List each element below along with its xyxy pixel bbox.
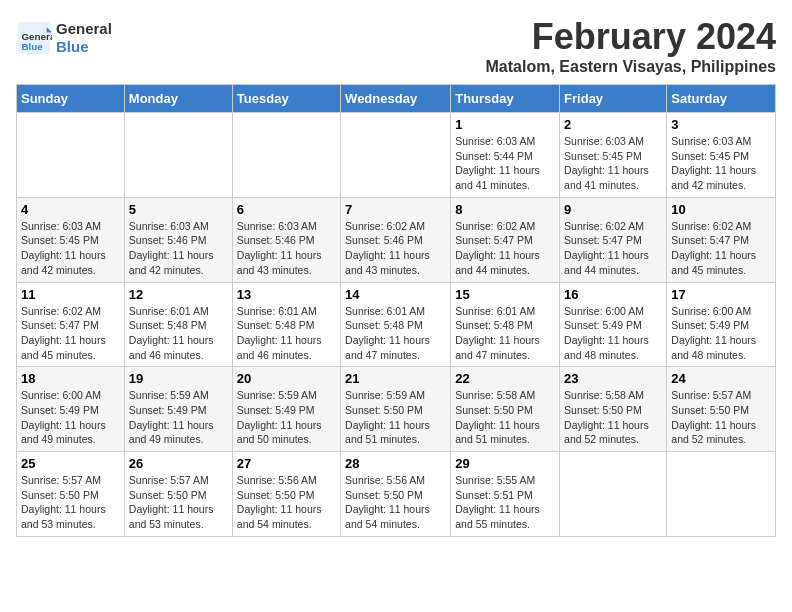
calendar-cell: 29Sunrise: 5:55 AM Sunset: 5:51 PM Dayli… <box>451 452 560 537</box>
day-info: Sunrise: 5:59 AM Sunset: 5:49 PM Dayligh… <box>129 388 228 447</box>
day-info: Sunrise: 6:03 AM Sunset: 5:45 PM Dayligh… <box>564 134 662 193</box>
calendar-week-row: 4Sunrise: 6:03 AM Sunset: 5:45 PM Daylig… <box>17 197 776 282</box>
day-info: Sunrise: 6:00 AM Sunset: 5:49 PM Dayligh… <box>21 388 120 447</box>
logo-icon: General Blue <box>16 20 52 56</box>
calendar-cell: 7Sunrise: 6:02 AM Sunset: 5:46 PM Daylig… <box>341 197 451 282</box>
calendar-cell: 9Sunrise: 6:02 AM Sunset: 5:47 PM Daylig… <box>560 197 667 282</box>
calendar-cell: 11Sunrise: 6:02 AM Sunset: 5:47 PM Dayli… <box>17 282 125 367</box>
day-info: Sunrise: 6:03 AM Sunset: 5:44 PM Dayligh… <box>455 134 555 193</box>
day-number: 7 <box>345 202 446 217</box>
day-number: 21 <box>345 371 446 386</box>
calendar-cell: 3Sunrise: 6:03 AM Sunset: 5:45 PM Daylig… <box>667 113 776 198</box>
day-info: Sunrise: 6:01 AM Sunset: 5:48 PM Dayligh… <box>129 304 228 363</box>
calendar-header-row: SundayMondayTuesdayWednesdayThursdayFrid… <box>17 85 776 113</box>
day-number: 3 <box>671 117 771 132</box>
logo-line1: General <box>56 20 112 38</box>
day-info: Sunrise: 6:02 AM Sunset: 5:47 PM Dayligh… <box>455 219 555 278</box>
day-info: Sunrise: 6:03 AM Sunset: 5:46 PM Dayligh… <box>129 219 228 278</box>
day-info: Sunrise: 6:01 AM Sunset: 5:48 PM Dayligh… <box>345 304 446 363</box>
day-number: 12 <box>129 287 228 302</box>
day-number: 16 <box>564 287 662 302</box>
calendar-cell <box>17 113 125 198</box>
calendar-cell: 14Sunrise: 6:01 AM Sunset: 5:48 PM Dayli… <box>341 282 451 367</box>
page-header: General Blue General Blue February 2024 … <box>16 16 776 76</box>
day-info: Sunrise: 6:02 AM Sunset: 5:47 PM Dayligh… <box>21 304 120 363</box>
day-info: Sunrise: 6:00 AM Sunset: 5:49 PM Dayligh… <box>671 304 771 363</box>
calendar-cell <box>124 113 232 198</box>
day-info: Sunrise: 5:55 AM Sunset: 5:51 PM Dayligh… <box>455 473 555 532</box>
calendar-cell: 4Sunrise: 6:03 AM Sunset: 5:45 PM Daylig… <box>17 197 125 282</box>
column-header-thursday: Thursday <box>451 85 560 113</box>
calendar-cell <box>232 113 340 198</box>
day-number: 23 <box>564 371 662 386</box>
day-info: Sunrise: 5:56 AM Sunset: 5:50 PM Dayligh… <box>237 473 336 532</box>
calendar-cell: 24Sunrise: 5:57 AM Sunset: 5:50 PM Dayli… <box>667 367 776 452</box>
calendar-cell: 26Sunrise: 5:57 AM Sunset: 5:50 PM Dayli… <box>124 452 232 537</box>
calendar-cell: 22Sunrise: 5:58 AM Sunset: 5:50 PM Dayli… <box>451 367 560 452</box>
day-number: 22 <box>455 371 555 386</box>
day-number: 19 <box>129 371 228 386</box>
calendar-body: 1Sunrise: 6:03 AM Sunset: 5:44 PM Daylig… <box>17 113 776 537</box>
calendar-week-row: 11Sunrise: 6:02 AM Sunset: 5:47 PM Dayli… <box>17 282 776 367</box>
column-header-wednesday: Wednesday <box>341 85 451 113</box>
calendar-cell: 18Sunrise: 6:00 AM Sunset: 5:49 PM Dayli… <box>17 367 125 452</box>
day-info: Sunrise: 5:57 AM Sunset: 5:50 PM Dayligh… <box>671 388 771 447</box>
day-info: Sunrise: 6:00 AM Sunset: 5:49 PM Dayligh… <box>564 304 662 363</box>
calendar-cell <box>560 452 667 537</box>
day-info: Sunrise: 5:59 AM Sunset: 5:49 PM Dayligh… <box>237 388 336 447</box>
calendar-week-row: 1Sunrise: 6:03 AM Sunset: 5:44 PM Daylig… <box>17 113 776 198</box>
column-header-tuesday: Tuesday <box>232 85 340 113</box>
day-info: Sunrise: 5:59 AM Sunset: 5:50 PM Dayligh… <box>345 388 446 447</box>
day-number: 2 <box>564 117 662 132</box>
logo: General Blue General Blue <box>16 20 112 56</box>
day-number: 14 <box>345 287 446 302</box>
calendar-cell: 6Sunrise: 6:03 AM Sunset: 5:46 PM Daylig… <box>232 197 340 282</box>
day-info: Sunrise: 6:01 AM Sunset: 5:48 PM Dayligh… <box>455 304 555 363</box>
calendar-cell: 1Sunrise: 6:03 AM Sunset: 5:44 PM Daylig… <box>451 113 560 198</box>
calendar-cell <box>341 113 451 198</box>
column-header-saturday: Saturday <box>667 85 776 113</box>
calendar-cell: 17Sunrise: 6:00 AM Sunset: 5:49 PM Dayli… <box>667 282 776 367</box>
day-info: Sunrise: 6:02 AM Sunset: 5:47 PM Dayligh… <box>564 219 662 278</box>
day-info: Sunrise: 6:03 AM Sunset: 5:45 PM Dayligh… <box>671 134 771 193</box>
day-number: 5 <box>129 202 228 217</box>
day-number: 11 <box>21 287 120 302</box>
calendar-cell: 25Sunrise: 5:57 AM Sunset: 5:50 PM Dayli… <box>17 452 125 537</box>
day-number: 24 <box>671 371 771 386</box>
day-info: Sunrise: 5:57 AM Sunset: 5:50 PM Dayligh… <box>129 473 228 532</box>
day-info: Sunrise: 5:56 AM Sunset: 5:50 PM Dayligh… <box>345 473 446 532</box>
calendar-cell: 8Sunrise: 6:02 AM Sunset: 5:47 PM Daylig… <box>451 197 560 282</box>
day-info: Sunrise: 5:58 AM Sunset: 5:50 PM Dayligh… <box>564 388 662 447</box>
calendar-cell <box>667 452 776 537</box>
calendar-week-row: 25Sunrise: 5:57 AM Sunset: 5:50 PM Dayli… <box>17 452 776 537</box>
calendar-cell: 15Sunrise: 6:01 AM Sunset: 5:48 PM Dayli… <box>451 282 560 367</box>
day-number: 10 <box>671 202 771 217</box>
day-info: Sunrise: 6:01 AM Sunset: 5:48 PM Dayligh… <box>237 304 336 363</box>
day-info: Sunrise: 6:02 AM Sunset: 5:47 PM Dayligh… <box>671 219 771 278</box>
day-number: 20 <box>237 371 336 386</box>
calendar-cell: 5Sunrise: 6:03 AM Sunset: 5:46 PM Daylig… <box>124 197 232 282</box>
day-number: 29 <box>455 456 555 471</box>
title-area: February 2024 Matalom, Eastern Visayas, … <box>486 16 776 76</box>
svg-text:Blue: Blue <box>21 41 43 52</box>
column-header-sunday: Sunday <box>17 85 125 113</box>
calendar-table: SundayMondayTuesdayWednesdayThursdayFrid… <box>16 84 776 537</box>
day-info: Sunrise: 6:02 AM Sunset: 5:46 PM Dayligh… <box>345 219 446 278</box>
day-number: 25 <box>21 456 120 471</box>
day-number: 8 <box>455 202 555 217</box>
day-number: 28 <box>345 456 446 471</box>
calendar-cell: 10Sunrise: 6:02 AM Sunset: 5:47 PM Dayli… <box>667 197 776 282</box>
day-number: 15 <box>455 287 555 302</box>
day-number: 4 <box>21 202 120 217</box>
page-subtitle: Matalom, Eastern Visayas, Philippines <box>486 58 776 76</box>
day-number: 6 <box>237 202 336 217</box>
calendar-cell: 2Sunrise: 6:03 AM Sunset: 5:45 PM Daylig… <box>560 113 667 198</box>
day-info: Sunrise: 5:57 AM Sunset: 5:50 PM Dayligh… <box>21 473 120 532</box>
calendar-cell: 20Sunrise: 5:59 AM Sunset: 5:49 PM Dayli… <box>232 367 340 452</box>
calendar-cell: 23Sunrise: 5:58 AM Sunset: 5:50 PM Dayli… <box>560 367 667 452</box>
day-info: Sunrise: 6:03 AM Sunset: 5:45 PM Dayligh… <box>21 219 120 278</box>
column-header-monday: Monday <box>124 85 232 113</box>
calendar-cell: 21Sunrise: 5:59 AM Sunset: 5:50 PM Dayli… <box>341 367 451 452</box>
day-number: 26 <box>129 456 228 471</box>
day-number: 17 <box>671 287 771 302</box>
